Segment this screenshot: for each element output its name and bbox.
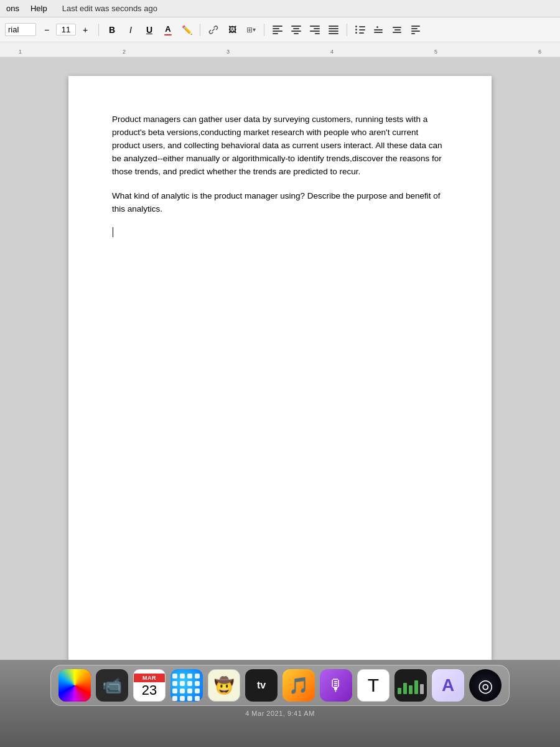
dock-icon-music[interactable]: 🎵 [282,669,315,702]
more-options-button[interactable] [408,22,424,38]
align-left-button[interactable] [269,22,286,38]
facetime-icon: 📹 [102,676,122,695]
ruler-mark-6: 6 [538,49,541,55]
calendar-month: MAR [134,674,165,682]
launchpad-dot-4 [195,674,200,679]
ruler-numbers: 1 2 3 4 5 6 [0,49,560,57]
finder-icon: 🤠 [214,676,234,695]
separator-4 [347,24,347,36]
ruler-mark-5: 5 [434,49,437,55]
list-button[interactable] [352,22,368,38]
document-area: Product managers can gather user data by… [0,57,560,660]
insert-media-button[interactable]: ⊞ ▾ [243,22,259,38]
launchpad-dot-10 [180,688,185,693]
separator-1 [98,24,99,36]
launchpad-dot-16 [195,696,200,701]
link-icon [208,25,218,35]
dock-icon-appletv[interactable]: tv [245,669,278,702]
document-page[interactable]: Product managers can gather user data by… [68,76,492,660]
toolbar: − + B I U A ✏️ 🖼 ⊞ ▾ [0,17,560,42]
bar-2 [403,683,407,694]
dock-icon-podcasts[interactable]: 🎙 [320,669,352,702]
podcasts-icon: 🎙 [328,676,344,695]
stocks-icon [398,677,424,694]
pencil-icon: ✏️ [182,25,192,35]
bar-4 [414,680,418,694]
dock-icon-screen-time[interactable]: T [357,669,390,702]
dock-area: 📹 MAR 23 🤠 [0,660,560,747]
menu-item-help[interactable]: Help [30,4,47,13]
list-icon [355,26,365,34]
menu-bar: ons Help Last edit was seconds ago [0,0,560,17]
launchpad-dot-5 [172,681,177,686]
bold-button[interactable]: B [104,22,120,38]
font-size-input[interactable] [56,24,76,35]
separator-3 [264,24,264,36]
dock-time: 4 Mar 2021, 9:41 AM [245,710,315,717]
appletv-icon: tv [257,680,266,691]
paragraph-1: Product managers can gather user data by… [112,113,448,179]
dock-icon-facetime[interactable]: 📹 [96,669,128,702]
launchpad-dot-7 [187,681,192,686]
align-right-icon [310,26,320,34]
indent-icon [374,26,384,33]
launchpad-dot-12 [195,688,200,693]
edit-style-button[interactable]: ✏️ [179,22,195,38]
dropdown-arrow-icon: ▾ [253,26,256,33]
ruler-mark-3: 3 [226,49,230,55]
launchpad-dot-11 [187,688,192,693]
dock-icon-launchpad[interactable] [170,669,203,702]
indent-button[interactable] [371,22,387,38]
bar-5 [420,684,424,694]
underline-button[interactable]: U [141,22,157,38]
more-format-button[interactable] [390,22,406,38]
last-edit-status: Last edit was seconds ago [62,4,157,13]
align-center-icon [291,26,301,34]
align-justify-icon [329,26,338,34]
link-button[interactable] [205,22,222,38]
music-icon: 🎵 [289,676,309,695]
paragraph-3-cursor [112,227,448,240]
launchpad-icon [172,674,177,679]
launchpad-dot-9 [172,688,177,693]
font-size-decrease-button[interactable]: − [39,22,55,38]
italic-button[interactable]: I [123,22,139,38]
align-left-icon [273,26,282,34]
strikethrough-icon [393,27,403,33]
dock: 📹 MAR 23 🤠 [50,665,510,706]
align-center-button[interactable] [288,22,304,38]
launchpad-dot-2 [180,674,185,679]
launchpad-dot-14 [180,696,185,701]
underline-icon: U [146,25,152,35]
dock-icon-finder[interactable]: 🤠 [208,669,240,702]
insert-image-button[interactable]: 🖼 [224,22,240,38]
ruler: 1 2 3 4 5 6 [0,42,560,57]
launchpad-dot-15 [187,696,192,701]
accessibility-icon: ◎ [478,675,493,696]
photos-icon [58,669,91,702]
font-name-input[interactable] [5,23,36,36]
dock-icon-stocks[interactable] [394,669,427,702]
image-icon: 🖼 [228,25,236,34]
dock-icon-photos[interactable] [58,669,91,702]
ruler-mark-2: 2 [123,49,126,55]
dock-icon-accessibility[interactable]: ◎ [469,669,502,702]
dock-icon-pages[interactable] [432,669,464,702]
font-size-box: − + [39,22,93,38]
launchpad-dot-3 [187,674,192,679]
align-justify-button[interactable] [325,22,342,38]
text-cursor [113,227,113,237]
bar-1 [398,688,401,694]
ruler-mark-1: 1 [19,49,22,55]
menu-item-ons[interactable]: ons [6,4,19,13]
launchpad-dot-6 [180,681,185,686]
separator-2 [200,24,200,36]
font-size-increase-button[interactable]: + [77,22,93,38]
paragraph-2: What kind of analytic is the product man… [112,190,448,216]
font-color-button[interactable]: A [160,22,176,38]
launchpad-dot-8 [195,681,200,686]
launchpad-dot-13 [172,696,177,701]
dock-icon-calendar[interactable]: MAR 23 [133,669,166,702]
align-right-button[interactable] [307,22,323,38]
more-options-icon [411,26,421,34]
